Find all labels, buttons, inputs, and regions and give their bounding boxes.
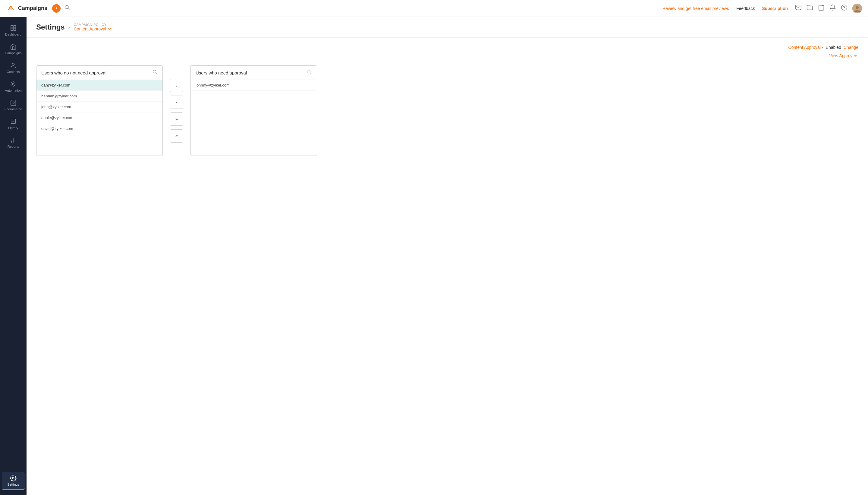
right-list-title: Users who need approval <box>196 70 247 75</box>
svg-rect-7 <box>819 5 824 10</box>
list-item[interactable]: john@zylker.com <box>36 102 162 113</box>
svg-rect-17 <box>11 28 13 31</box>
search-icon[interactable] <box>64 4 70 12</box>
sidebar-item-automation-label: Automation <box>5 89 22 92</box>
sidebar-item-dashboard[interactable]: Dashboard <box>2 22 25 39</box>
breadcrumb: CAMPAIGN POLICY Content Approval <box>74 23 111 31</box>
avatar[interactable] <box>852 4 862 13</box>
status-change-button[interactable]: Change <box>844 45 858 50</box>
list-item[interactable]: dan@zylker.com <box>36 80 162 91</box>
left-list-title: Users who do not need approval <box>41 70 106 75</box>
left-list-search-icon[interactable] <box>152 69 158 76</box>
breadcrumb-current-label: Content Approval <box>74 27 106 31</box>
svg-line-26 <box>156 73 157 74</box>
svg-point-14 <box>856 6 859 9</box>
sidebar-item-library-label: Library <box>8 126 18 130</box>
svg-point-12 <box>844 9 844 9</box>
move-all-right-button[interactable]: » <box>170 113 183 126</box>
list-item[interactable]: hannah@zylker.com <box>36 91 162 102</box>
breadcrumb-arrow-icon: › <box>68 24 70 31</box>
svg-point-19 <box>12 63 14 65</box>
right-list-body: johnny@zylker.com <box>191 80 317 91</box>
left-list-body: dan@zylker.com hannah@zylker.com john@zy… <box>36 80 162 134</box>
list-item[interactable]: johnny@zylker.com <box>191 80 317 91</box>
list-item[interactable]: annie@zylker.com <box>36 113 162 123</box>
preview-link[interactable]: Review and get free email previews <box>662 6 729 11</box>
app-name: Campaigns <box>18 5 47 12</box>
main-content: Settings › CAMPAIGN POLICY Content Appro… <box>27 17 868 495</box>
sidebar-item-campaigns[interactable]: Campaigns <box>2 40 25 58</box>
page-title: Settings <box>36 23 65 31</box>
svg-line-28 <box>310 73 311 74</box>
status-bar: Content Approval - Enabled Change <box>36 45 858 50</box>
sidebar-item-library[interactable]: Library <box>2 115 25 133</box>
sidebar-item-ecommerce[interactable]: Ecommerce <box>2 97 25 114</box>
right-list-header: Users who need approval <box>191 66 317 80</box>
sidebar-item-reports[interactable]: Reports <box>2 134 25 151</box>
topnav-center: Review and get free email previews Feedb… <box>662 6 788 11</box>
sidebar-item-ecommerce-label: Ecommerce <box>4 107 22 111</box>
content-area: Content Approval - Enabled Change View A… <box>27 38 868 163</box>
sidebar-item-contacts-label: Contacts <box>7 70 20 73</box>
svg-rect-18 <box>14 28 16 31</box>
calendar-icon[interactable] <box>818 4 824 12</box>
sidebar-item-dashboard-label: Dashboard <box>5 33 21 36</box>
folder-icon[interactable] <box>806 4 813 12</box>
list-item[interactable]: david@zylker.com <box>36 123 162 134</box>
move-right-button[interactable]: › <box>170 79 183 92</box>
sidebar-item-settings-label: Settings <box>7 483 19 486</box>
sidebar-item-automation[interactable]: Automation <box>2 78 25 95</box>
right-list-search-icon[interactable] <box>307 69 312 76</box>
status-label: Content Approval - <box>788 45 823 50</box>
svg-rect-15 <box>11 25 13 28</box>
view-approvers-container: View Approvers <box>36 53 858 58</box>
svg-line-2 <box>68 8 70 10</box>
svg-line-5 <box>800 9 801 10</box>
svg-line-4 <box>796 9 797 10</box>
breadcrumb-policy-label: CAMPAIGN POLICY <box>74 23 111 27</box>
sidebar: Dashboard Campaigns Contacts Automation … <box>0 17 27 495</box>
status-enabled: Enabled <box>826 45 841 50</box>
sidebar-item-campaigns-label: Campaigns <box>5 51 22 55</box>
svg-point-24 <box>12 477 14 479</box>
move-all-left-button[interactable]: « <box>170 129 183 142</box>
svg-rect-3 <box>796 5 801 9</box>
feedback-link[interactable]: Feedback <box>736 6 755 11</box>
transfer-buttons: › ‹ » « <box>163 79 190 142</box>
help-icon[interactable] <box>841 4 848 12</box>
add-button[interactable]: + <box>52 4 60 13</box>
breadcrumb-current[interactable]: Content Approval <box>74 27 111 31</box>
move-left-button[interactable]: ‹ <box>170 96 183 109</box>
view-approvers-link[interactable]: View Approvers <box>829 53 858 58</box>
topnav: Campaigns + Review and get free email pr… <box>0 0 868 17</box>
left-list-header: Users who do not need approval <box>36 66 162 80</box>
sidebar-item-reports-label: Reports <box>7 145 19 148</box>
app-logo[interactable]: Campaigns <box>6 4 47 13</box>
settings-header: Settings › CAMPAIGN POLICY Content Appro… <box>27 17 868 38</box>
topnav-icons <box>795 4 862 13</box>
left-transfer-list: Users who do not need approval dan@zylke… <box>36 65 163 156</box>
messages-icon[interactable] <box>795 4 802 12</box>
sidebar-item-settings[interactable]: Settings <box>2 472 25 490</box>
svg-point-20 <box>12 83 14 85</box>
svg-rect-16 <box>14 25 16 28</box>
layout: Dashboard Campaigns Contacts Automation … <box>0 17 868 495</box>
subscription-link[interactable]: Subscription <box>762 6 788 11</box>
transfer-container: Users who do not need approval dan@zylke… <box>36 65 858 156</box>
sidebar-item-contacts[interactable]: Contacts <box>2 59 25 76</box>
right-transfer-list: Users who need approval johnny@zylker.co… <box>190 65 317 156</box>
bell-icon[interactable] <box>829 4 836 12</box>
